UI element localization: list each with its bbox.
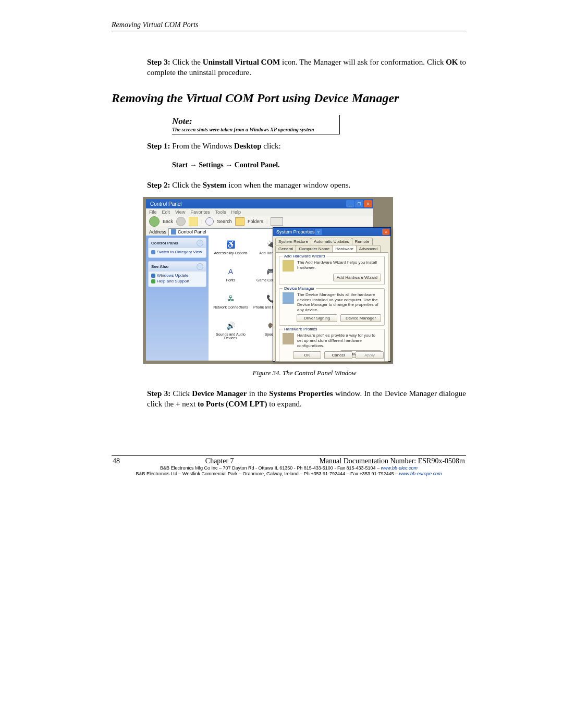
link-switch-category[interactable]: Switch to Category View [151, 250, 203, 254]
icon-label: Sounds and Audio Devices [211, 332, 251, 340]
cp-icon[interactable]: ♿Accessibility Options [211, 239, 251, 266]
footer-link-bbeurope[interactable]: www.bb-europe.com [399, 471, 442, 476]
doc-number: Manual Documentation Number: ESR90x-0508… [319, 457, 465, 465]
address-value: Control Panel [178, 229, 206, 235]
menu-help[interactable]: Help [231, 209, 241, 215]
nav-path: Start → Settings → Control Panel. [172, 161, 466, 169]
t: next [180, 400, 198, 408]
footer-line2: B&B Electronics Ltd – Westlink Commercia… [136, 471, 399, 476]
step3-label: Step 3: [147, 58, 170, 66]
collapse-icon[interactable] [197, 263, 203, 270]
link-windows-update[interactable]: Windows Update [151, 273, 203, 278]
menu-view[interactable]: View [175, 209, 185, 215]
b: Uninstall Virtual COM [203, 58, 280, 66]
page-header-title: Removing Virtual COM Ports [112, 21, 199, 29]
help-icon[interactable]: ? [315, 229, 322, 235]
menu-favorites[interactable]: Favorites [190, 209, 210, 215]
menu-edit[interactable]: Edit [162, 209, 170, 215]
tab-remote[interactable]: Remote [352, 238, 373, 245]
device-manager-button[interactable]: Device Manager [340, 314, 381, 322]
cp-icon[interactable]: AFonts [211, 266, 251, 293]
cp-titlebar[interactable]: Control Panel _ □ × [146, 199, 373, 208]
step3-body: Step 3: Click Device Manager in the Syst… [147, 389, 466, 409]
folders-label[interactable]: Folders [248, 219, 263, 224]
icon-label: Network Connections [213, 305, 248, 309]
tab-advanced[interactable]: Advanced [356, 245, 381, 252]
views-icon[interactable] [271, 217, 283, 226]
tab-system-restore[interactable]: System Restore [275, 238, 311, 245]
sp-title-text: System Properties [276, 229, 315, 235]
tab-automatic-updates[interactable]: Automatic Updates [311, 238, 352, 245]
search-label[interactable]: Search [217, 219, 232, 224]
step3b-label: Step 3: [147, 389, 170, 398]
ok-button[interactable]: OK [293, 351, 321, 359]
t: Click the [170, 181, 203, 189]
apply-button[interactable]: Apply [356, 351, 384, 359]
chapter-label: Chapter 7 [205, 457, 234, 465]
footer-line1: B&B Electronics Mfg Co Inc – 707 Dayton … [160, 465, 381, 471]
close-icon[interactable]: × [382, 229, 389, 235]
up-icon[interactable] [189, 217, 198, 226]
step2: Step 2: Click the System icon when the m… [147, 181, 466, 190]
link-text: Switch to Category View [157, 250, 202, 254]
b: to Ports (COM LPT) [198, 400, 267, 408]
menu-file[interactable]: File [149, 209, 157, 215]
sp-titlebar[interactable]: System Properties ? × [273, 228, 390, 236]
link-text: Help and Support [157, 279, 189, 283]
search-icon[interactable] [205, 217, 214, 226]
maximize-icon[interactable]: □ [355, 200, 363, 207]
note-text: The screen shots were taken from a Windo… [172, 127, 336, 133]
cp-toolbar: Back | Search Folders | [146, 216, 373, 227]
page-footer: 48 Chapter 7 Manual Documentation Number… [112, 455, 466, 477]
close-icon[interactable]: × [364, 200, 372, 207]
link-help-support[interactable]: Help and Support [151, 279, 203, 283]
add-hardware-wizard-button[interactable]: Add Hardware Wizard [333, 274, 381, 281]
t: click: [262, 142, 281, 150]
back-label[interactable]: Back [163, 219, 173, 224]
forward-icon[interactable] [176, 217, 186, 226]
step1: Step 1: From the Windows Desktop click: [147, 142, 466, 151]
cancel-button[interactable]: Cancel [324, 351, 352, 359]
cp-icon[interactable]: 🔊Sounds and Audio Devices [211, 320, 251, 347]
t: From the Windows [170, 142, 234, 150]
t: in the [247, 389, 269, 398]
back-icon[interactable] [149, 216, 160, 227]
sidebar-panel-see-also: See Also Windows Update Help and Support [148, 261, 206, 287]
hardware-wizard-icon [283, 260, 294, 272]
b: Desktop [234, 142, 262, 150]
menu-tools[interactable]: Tools [215, 209, 226, 215]
globe-icon [151, 274, 155, 278]
app-icon: 🔊 [225, 320, 237, 331]
cp-sidebar: Control Panel Switch to Category View Se… [146, 236, 209, 361]
figure-caption: Figure 34. The Control Panel Window [143, 369, 466, 377]
footer-link-bbelec[interactable]: www.bb-elec.com [381, 465, 418, 471]
icon-label: Fonts [226, 278, 236, 282]
sidebar-panel-title: Control Panel [151, 241, 178, 245]
t: to expand. [267, 400, 302, 408]
sp-tab-content: Add Hardware Wizard The Add Hardware Wiz… [275, 252, 388, 362]
b: OK [446, 58, 458, 66]
b: Systems Properties [269, 389, 333, 398]
help-icon [151, 279, 155, 283]
collapse-icon[interactable] [197, 240, 203, 246]
t: icon when the manager window opens. [227, 181, 351, 189]
icon-label: Accessibility Options [214, 251, 247, 255]
fieldset-legend: Hardware Profiles [283, 327, 319, 331]
minimize-icon[interactable]: _ [346, 200, 354, 207]
folders-icon[interactable] [235, 217, 244, 226]
section-heading: Removing the Virtual COM Port using Devi… [112, 90, 466, 106]
switch-icon [151, 250, 155, 254]
step2-label: Step 2: [147, 181, 170, 189]
tab-general[interactable]: General [275, 245, 296, 252]
tab-hardware[interactable]: Hardware [332, 245, 357, 252]
cp-icon[interactable]: 🖧Network Connections [211, 293, 251, 320]
hardware-profiles-icon [283, 333, 294, 344]
sp-tabs-row-2: General Computer Name Hardware Advanced [273, 245, 390, 252]
fieldset-add-hardware-wizard: Add Hardware Wizard The Add Hardware Wiz… [279, 256, 385, 285]
screenshot-control-panel: Control Panel _ □ × File Edit View Favor… [143, 197, 393, 364]
tab-computer-name[interactable]: Computer Name [296, 245, 333, 252]
fieldset-legend: Add Hardware Wizard [283, 254, 326, 258]
driver-signing-button[interactable]: Driver Signing [297, 314, 337, 322]
page-number: 48 [113, 457, 120, 465]
t: Click the [170, 58, 203, 66]
